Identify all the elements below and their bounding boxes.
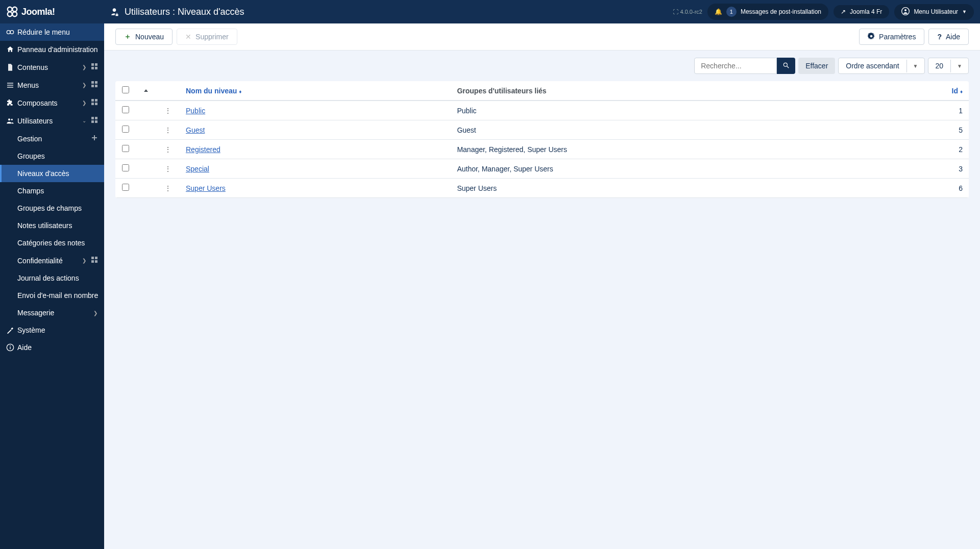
- svg-rect-22: [95, 103, 97, 105]
- svg-point-5: [904, 9, 906, 11]
- help-button[interactable]: ? Aide: [928, 29, 969, 45]
- row-checkbox[interactable]: [122, 126, 129, 133]
- dashboard-link-icon[interactable]: [89, 256, 100, 265]
- search-input[interactable]: [694, 58, 777, 74]
- wrench-icon: [4, 326, 16, 334]
- row-id: 2: [938, 140, 969, 159]
- sidebar-item-content[interactable]: Contenus ❯: [0, 58, 104, 76]
- svg-point-6: [7, 31, 10, 34]
- sidebar-sub-mass-mail[interactable]: Envoi d'e-mail en nombre: [0, 287, 104, 304]
- sidebar-sub-user-notes[interactable]: Notes utilisateurs: [0, 217, 104, 234]
- row-name-link[interactable]: Super Users: [186, 184, 226, 192]
- dashboard-link-icon[interactable]: [89, 116, 100, 125]
- svg-rect-12: [7, 83, 13, 83]
- svg-rect-21: [91, 103, 94, 105]
- sidebar-item-components[interactable]: Composants ❯: [0, 94, 104, 112]
- dashboard-link-icon[interactable]: [89, 98, 100, 107]
- header-id[interactable]: Id ♦: [938, 81, 969, 101]
- svg-point-37: [10, 345, 11, 346]
- user-menu-button[interactable]: Menu Utilisateur ▼: [894, 4, 974, 20]
- sidebar-sub-messaging[interactable]: Messagerie ❯: [0, 304, 104, 321]
- row-actions-button[interactable]: ⋮: [162, 144, 174, 155]
- options-button[interactable]: Paramètres: [859, 29, 924, 45]
- sidebar-sub-groups[interactable]: Groupes: [0, 147, 104, 165]
- dashboard-link-icon[interactable]: [89, 81, 100, 89]
- svg-point-24: [11, 118, 13, 120]
- svg-rect-9: [95, 63, 97, 66]
- header-order[interactable]: [136, 81, 156, 101]
- sidebar-item-dashboard[interactable]: Panneau d'administration: [0, 41, 104, 58]
- row-actions-button[interactable]: ⋮: [162, 106, 174, 116]
- limit-select[interactable]: 20 ▼: [928, 58, 969, 74]
- external-link-icon: ↗: [841, 8, 846, 15]
- sidebar-sub-fields[interactable]: Champs: [0, 182, 104, 199]
- sidebar-sub-note-categories[interactable]: Catégories des notes: [0, 234, 104, 252]
- plus-icon: ＋: [124, 32, 131, 41]
- row-name-link[interactable]: Special: [186, 165, 209, 173]
- maximize-icon: ⛶: [673, 9, 678, 15]
- svg-point-38: [784, 63, 788, 66]
- chevron-down-icon: ⌄: [80, 118, 89, 123]
- sidebar-item-menus[interactable]: Menus ❯: [0, 76, 104, 94]
- sidebar-item-help[interactable]: Aide: [0, 339, 104, 356]
- puzzle-icon: [4, 99, 16, 107]
- sidebar: Réduire le menu Panneau d'administration…: [0, 23, 104, 549]
- toolbar-right: Paramètres ? Aide: [859, 29, 969, 45]
- content: Effacer Ordre ascendant ▼ 20 ▼: [104, 51, 980, 549]
- svg-rect-25: [91, 117, 94, 119]
- search-button[interactable]: [777, 58, 795, 74]
- logo[interactable]: Joomla!: [6, 6, 104, 18]
- check-all[interactable]: [122, 86, 129, 93]
- sidebar-sub-field-groups[interactable]: Groupes de champs: [0, 199, 104, 217]
- chevron-right-icon: ❯: [80, 64, 89, 70]
- row-checkbox[interactable]: [122, 164, 129, 171]
- dashboard-link-icon[interactable]: [89, 63, 100, 71]
- collapse-menu-button[interactable]: Réduire le menu: [0, 23, 104, 41]
- chevron-down-icon: ▼: [906, 60, 924, 72]
- row-id: 3: [938, 159, 969, 179]
- sidebar-sub-privacy[interactable]: Confidentialité ❯: [0, 252, 104, 269]
- version-tag: ⛶ 4.0.0-rc2: [673, 9, 702, 15]
- svg-point-7: [10, 31, 14, 34]
- sort-icon: ♦: [239, 89, 241, 94]
- home-icon: [4, 45, 16, 54]
- logo-text: Joomla!: [21, 7, 55, 17]
- joomla-logo-icon: [6, 6, 18, 18]
- sidebar-sub-action-log[interactable]: Journal des actions: [0, 269, 104, 287]
- plus-icon[interactable]: [89, 134, 100, 143]
- notifications-label: Messages de post-installation: [741, 8, 821, 15]
- notifications-button[interactable]: 🔔 1 Messages de post-installation: [707, 4, 828, 20]
- gear-icon: [868, 33, 875, 41]
- row-actions-button[interactable]: ⋮: [162, 183, 174, 193]
- delete-button[interactable]: ✕ Supprimer: [177, 29, 237, 45]
- svg-point-23: [8, 118, 10, 120]
- header-groups: Groupes d'utilisateurs liés: [451, 81, 938, 101]
- row-name-link[interactable]: Registered: [186, 145, 220, 154]
- sidebar-sub-manage[interactable]: Gestion: [0, 130, 104, 147]
- chevron-down-icon: ▼: [962, 9, 967, 14]
- row-groups: Super Users: [451, 179, 938, 198]
- sidebar-item-users[interactable]: Utilisateurs ⌄: [0, 112, 104, 130]
- filters-bar: Effacer Ordre ascendant ▼ 20 ▼: [115, 58, 969, 81]
- row-id: 5: [938, 120, 969, 140]
- row-actions-button[interactable]: ⋮: [162, 164, 174, 174]
- svg-rect-26: [95, 117, 97, 119]
- row-name-link[interactable]: Guest: [186, 126, 205, 134]
- row-checkbox[interactable]: [122, 145, 129, 152]
- sort-order-select[interactable]: Ordre ascendant ▼: [838, 58, 924, 74]
- clear-button[interactable]: Effacer: [798, 58, 835, 74]
- times-icon: ✕: [185, 33, 191, 41]
- sidebar-item-system[interactable]: Système: [0, 321, 104, 339]
- bars-icon: [4, 81, 16, 89]
- row-actions-button[interactable]: ⋮: [162, 125, 174, 135]
- row-checkbox[interactable]: [122, 106, 129, 113]
- site-link-button[interactable]: ↗ Joomla 4 Fr: [834, 5, 889, 18]
- new-button[interactable]: ＋ Nouveau: [115, 29, 173, 45]
- sidebar-sub-access-levels[interactable]: Niveaux d'accès: [0, 165, 104, 182]
- chevron-right-icon: ❯: [91, 310, 100, 316]
- row-name-link[interactable]: Public: [186, 107, 205, 115]
- collapse-label: Réduire le menu: [17, 28, 100, 36]
- header-name[interactable]: Nom du niveau ♦: [180, 81, 451, 101]
- table-panel: Nom du niveau ♦ Groupes d'utilisateurs l…: [115, 81, 969, 198]
- row-checkbox[interactable]: [122, 184, 129, 191]
